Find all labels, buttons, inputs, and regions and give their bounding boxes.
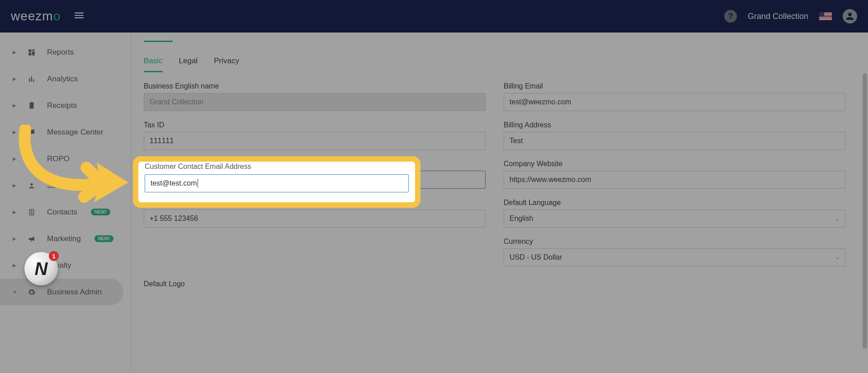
main-content: Basic Legal Privacy Business English nam… — [131, 33, 868, 373]
chevron-right-icon: ▶ — [13, 130, 16, 135]
input-company-website[interactable] — [504, 171, 845, 189]
sidebar-item-business-admin[interactable]: ▼ Business Admin — [0, 279, 123, 305]
sidebar-item-marketing[interactable]: ▶ Marketing NEW! — [0, 225, 131, 252]
select-currency[interactable]: USD - US Dollar ⌄ — [504, 248, 845, 266]
sidebar-label: Business Admin — [47, 288, 102, 297]
field-contact-email: Customer Contact Email Address — [144, 160, 486, 189]
menu-toggle-button[interactable] — [73, 9, 85, 23]
form-grid: Business English name Billing Email Tax … — [144, 82, 845, 266]
megaphone-icon — [27, 235, 36, 243]
label-contact-email: Customer Contact Email Address — [144, 160, 486, 168]
contact-icon — [27, 208, 36, 216]
select-value: English — [509, 214, 533, 223]
field-business-name: Business English name — [144, 82, 486, 111]
sidebar-item-social[interactable]: ▶ Social — [0, 172, 131, 199]
field-currency: Currency USD - US Dollar ⌄ — [504, 238, 845, 266]
section-indicator — [144, 41, 173, 42]
label-company-website: Company Website — [504, 160, 845, 168]
notification-count-badge: 1 — [49, 251, 59, 261]
chevron-right-icon: ▶ — [13, 183, 16, 188]
notification-letter: N — [35, 259, 48, 279]
people-icon — [27, 182, 36, 190]
sidebar-label: Contacts — [47, 208, 77, 217]
user-avatar-icon[interactable] — [843, 9, 857, 23]
label-contact-phone: Customer Contact Phone — [144, 199, 486, 207]
new-badge: NEW! — [91, 209, 110, 215]
sidebar-label: Message Center — [47, 128, 104, 137]
chevron-down-icon: ⌄ — [835, 254, 840, 261]
flag-icon[interactable] — [819, 12, 832, 20]
chat-icon — [27, 128, 36, 136]
sidebar-item-receipts[interactable]: ▶ Receipts — [0, 92, 131, 119]
label-default-language: Default Language — [504, 199, 845, 207]
chevron-right-icon: ▶ — [13, 76, 16, 81]
tab-legal[interactable]: Legal — [179, 56, 198, 72]
input-contact-email[interactable] — [144, 171, 486, 189]
hamburger-icon — [73, 9, 85, 21]
label-default-logo: Default Logo — [144, 280, 185, 288]
input-tax-id[interactable] — [144, 132, 486, 150]
notification-widget[interactable]: N 1 — [24, 252, 58, 285]
sidebar-item-message-center[interactable]: ▶ Message Center — [0, 119, 131, 145]
field-default-language: Default Language English ⌄ — [504, 199, 845, 228]
sidebar-item-reports[interactable]: ▶ Reports — [0, 39, 131, 65]
brand-text: weezm — [11, 9, 53, 23]
sub-tabs: Basic Legal Privacy — [144, 56, 845, 72]
chevron-down-icon: ⌄ — [835, 215, 840, 222]
sidebar-item-loyalty[interactable]: ▶ Loyalty — [0, 252, 131, 279]
input-billing-address[interactable] — [504, 132, 845, 150]
sidebar-label: Receipts — [47, 101, 77, 110]
bar-chart-icon — [27, 75, 36, 83]
label-billing-email: Billing Email — [504, 82, 845, 90]
dashboard-icon — [27, 48, 36, 56]
chevron-right-icon: ▶ — [13, 156, 16, 161]
svg-point-0 — [29, 156, 34, 162]
brand-logo: weezmo — [11, 9, 61, 23]
chevron-right-icon: ▶ — [13, 263, 16, 268]
label-business-name: Business English name — [144, 82, 486, 90]
field-billing-email: Billing Email — [504, 82, 845, 111]
input-business-name — [144, 93, 486, 111]
field-tax-id: Tax ID — [144, 121, 486, 150]
label-currency: Currency — [504, 238, 845, 246]
select-value: USD - US Dollar — [509, 253, 562, 261]
new-badge: NEW! — [94, 235, 114, 242]
field-default-logo: Default Logo — [144, 280, 845, 288]
tab-privacy[interactable]: Privacy — [214, 56, 239, 72]
sidebar-label: Marketing — [47, 234, 81, 243]
field-billing-address: Billing Address — [504, 121, 845, 150]
scrollbar[interactable] — [863, 73, 867, 349]
topbar-right: ? Grand Collection — [724, 9, 857, 23]
top-bar: weezmo ? Grand Collection — [0, 0, 868, 33]
brand-accent: o — [53, 9, 61, 23]
gear-icon — [27, 288, 36, 296]
sidebar-label: Analytics — [47, 75, 78, 84]
input-contact-phone[interactable] — [144, 210, 486, 228]
sidebar-label: ROPO — [47, 154, 70, 163]
label-tax-id: Tax ID — [144, 121, 486, 129]
sidebar-item-ropo[interactable]: ▶ ROPO — [0, 145, 131, 172]
chevron-down-icon: ▼ — [13, 289, 16, 294]
sidebar-item-analytics[interactable]: ▶ Analytics — [0, 65, 131, 92]
sidebar: ▶ Reports ▶ Analytics ▶ Receipts ▶ Messa… — [0, 33, 131, 373]
ropo-icon — [27, 155, 36, 163]
sidebar-item-contacts[interactable]: ▶ Contacts NEW! — [0, 199, 131, 225]
help-icon[interactable]: ? — [724, 10, 737, 23]
sidebar-label: Reports — [47, 48, 74, 57]
collection-name[interactable]: Grand Collection — [748, 12, 808, 21]
input-billing-email[interactable] — [504, 93, 845, 111]
select-default-language[interactable]: English ⌄ — [504, 210, 845, 228]
chevron-right-icon: ▶ — [13, 236, 16, 241]
field-company-website: Company Website — [504, 160, 845, 189]
chevron-right-icon: ▶ — [13, 210, 16, 214]
chevron-right-icon: ▶ — [13, 50, 16, 55]
label-billing-address: Billing Address — [504, 121, 845, 129]
sidebar-label: Social — [47, 181, 68, 190]
field-contact-phone: Customer Contact Phone — [144, 199, 486, 228]
receipt-icon — [27, 102, 36, 110]
chevron-right-icon: ▶ — [13, 103, 16, 108]
tab-basic[interactable]: Basic — [144, 56, 163, 72]
